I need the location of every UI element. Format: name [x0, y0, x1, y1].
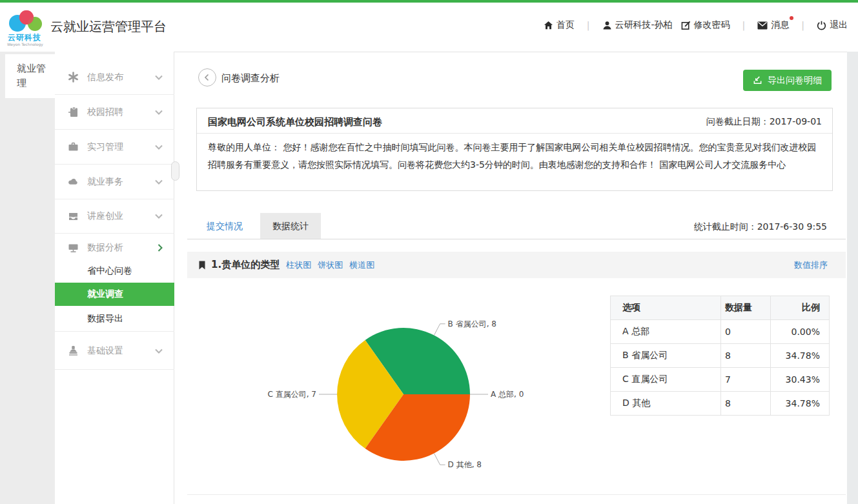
survey-description: 尊敬的用人单位： 您好！感谢您在百忙之中抽时间填写此问卷。本问卷主要用于了解国家… — [208, 139, 821, 174]
sidebar-item-data-analysis[interactable]: 数据分析 — [55, 234, 174, 261]
sidebar-item-label: 基础设置 — [87, 345, 123, 357]
sidebar-item-campus-recruit[interactable]: 校园招聘 — [55, 95, 174, 130]
pie-label: C 直属公司, 7 — [268, 390, 316, 399]
survey-info-card: 国家电网公司系统单位校园招聘调查问卷 问卷截止日期：2017-09-01 尊敬的… — [196, 108, 833, 191]
divider — [197, 133, 832, 134]
divider — [187, 239, 846, 239]
inbox-icon — [68, 211, 79, 222]
sidebar-subitem-data-export[interactable]: 数据导出 — [55, 306, 174, 332]
chevron-down-icon — [155, 179, 163, 185]
pie-label: A 总部, 0 — [491, 390, 524, 399]
survey-deadline: 问卷截止日期：2017-09-01 — [706, 116, 822, 128]
link-sort-by-value[interactable]: 数值排序 — [794, 259, 828, 271]
pie-chart: A 总部, 0B 省属公司, 8C 直属公司, 7D 其他, 8 — [245, 284, 646, 504]
pie-label-line — [434, 324, 445, 336]
nav-home[interactable]: 首页 — [544, 19, 575, 31]
edit-icon — [681, 21, 691, 30]
page-title: 问卷调查分析 — [221, 72, 280, 85]
question-header-bar: 1.贵单位的类型 柱状图 饼状图 横道图 数值排序 — [187, 252, 846, 278]
sidebar-item-basic-settings[interactable]: 基础设置 — [55, 332, 174, 370]
home-icon — [544, 21, 553, 30]
sidebar-module-tab-employment[interactable]: 就业管理 — [5, 54, 55, 98]
nav-logout[interactable]: 退出 — [817, 19, 848, 31]
sidebar-item-label: 数据分析 — [87, 242, 123, 254]
chevron-left-icon — [203, 74, 211, 81]
nav-separator: | — [739, 20, 750, 30]
pie-label: B 省属公司, 8 — [448, 319, 496, 328]
stats-deadline: 统计截止时间：2017-6-30 9:55 — [694, 221, 827, 233]
logo-brand-en: Weyon Technology — [7, 42, 43, 46]
pie-label-line — [434, 454, 445, 465]
app-logo[interactable]: 云研科技 Weyon Technology — [6, 9, 45, 46]
clipboard-icon — [68, 106, 79, 117]
chevron-down-icon — [155, 348, 163, 354]
results-table: 选项 数据量 比例 A 总部 0 0.00% B 省属公司 8 34.78% C… — [610, 296, 830, 416]
cloud-icon — [68, 176, 79, 187]
asterisk-icon — [68, 72, 79, 83]
tab-data-statistics[interactable]: 数据统计 — [260, 213, 321, 239]
app-title: 云就业运营管理平台 — [50, 18, 167, 35]
chevron-down-icon — [155, 75, 163, 80]
pie-label: D 其他, 8 — [448, 460, 482, 469]
col-header-option: 选项 — [611, 296, 721, 320]
table-row: A 总部 0 0.00% — [611, 320, 830, 344]
table-header-row: 选项 数据量 比例 — [611, 296, 830, 320]
table-row: D 其他 8 34.78% — [611, 392, 830, 416]
monitor-icon — [68, 243, 79, 254]
sidebar-item-employment-affairs[interactable]: 就业事务 — [55, 165, 174, 199]
nav-separator: | — [583, 20, 594, 30]
sidebar-item-label: 讲座创业 — [87, 210, 123, 222]
chevron-down-icon — [155, 110, 163, 115]
link-hbar-chart[interactable]: 横道图 — [349, 259, 374, 271]
export-survey-detail-button[interactable]: 导出问卷明细 — [743, 70, 832, 91]
sidebar-subitem-employment-survey[interactable]: 就业调查 — [55, 283, 174, 306]
survey-title: 国家电网公司系统单位校园招聘调查问卷 — [208, 116, 382, 128]
sidebar-rail — [0, 52, 55, 504]
briefcase-icon — [68, 141, 79, 152]
link-pie-chart[interactable]: 饼状图 — [318, 259, 343, 271]
sidebar-item-lecture-startup[interactable]: 讲座创业 — [55, 199, 174, 234]
tab-submission-status[interactable]: 提交情况 — [207, 221, 243, 232]
nav-change-password[interactable]: 修改密码 — [681, 19, 730, 31]
bookmark-icon — [199, 261, 205, 270]
sidebar-item-label: 信息发布 — [87, 72, 123, 83]
sidebar-item-internship-mgmt[interactable]: 实习管理 — [55, 130, 174, 165]
sidebar-item-label: 校园招聘 — [87, 106, 123, 118]
sidebar-item-label: 实习管理 — [87, 141, 123, 153]
sidebar-subitem-province-center-survey[interactable]: 省中心问卷 — [55, 259, 174, 283]
question-title: 1.贵单位的类型 — [211, 259, 280, 271]
nav-separator: | — [797, 20, 808, 30]
page-scrollbar-track[interactable] — [847, 52, 858, 504]
sidebar-scrollbar-thumb[interactable] — [171, 161, 179, 181]
sidebar-item-label: 就业事务 — [87, 176, 123, 188]
divider — [187, 494, 846, 495]
mail-icon — [757, 21, 768, 30]
col-header-count: 数据量 — [721, 296, 771, 320]
link-bar-chart[interactable]: 柱状图 — [286, 259, 311, 271]
chevron-down-icon — [155, 214, 163, 219]
header-nav: 首页 | 云研科技-孙柏 修改密码 | — [544, 19, 848, 31]
sidebar-item-info-publish[interactable]: 信息发布 — [55, 60, 174, 95]
export-icon — [753, 76, 762, 85]
user-icon — [602, 21, 612, 30]
back-button[interactable] — [198, 68, 216, 86]
message-badge — [790, 16, 793, 20]
col-header-percent: 比例 — [771, 296, 830, 320]
sidebar-menu: 信息发布 校园招聘 实习管理 — [55, 52, 174, 504]
chevron-right-icon — [158, 244, 163, 252]
nav-messages[interactable]: 消息 — [757, 19, 789, 31]
stamp-icon — [68, 345, 79, 356]
page: 云研科技 Weyon Technology 云就业运营管理平台 首页 | 云研科… — [0, 0, 858, 504]
table-row: C 直属公司 7 30.43% — [611, 368, 830, 392]
logo-bubbles-icon — [6, 9, 45, 35]
chart-type-links: 柱状图 饼状图 横道图 — [286, 259, 374, 271]
app-header: 云研科技 Weyon Technology 云就业运营管理平台 首页 | 云研科… — [0, 3, 858, 52]
table-row: B 省属公司 8 34.78% — [611, 344, 830, 368]
nav-user[interactable]: 云研科技-孙柏 — [602, 19, 673, 31]
chevron-down-icon — [155, 145, 163, 150]
power-icon — [817, 21, 826, 30]
